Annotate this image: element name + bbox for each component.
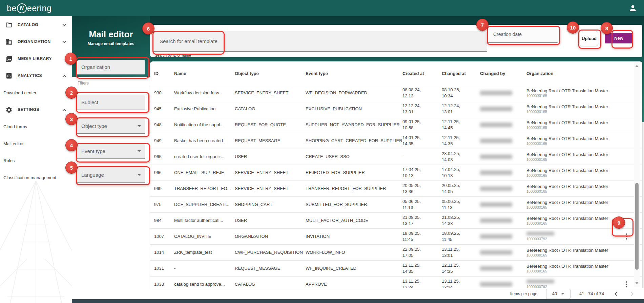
sidebar-item-settings[interactable]: SETTINGS (0, 101, 72, 118)
table-row[interactable]: 948Notification of the suppl...REQUEST_F… (150, 117, 642, 133)
next-page-icon[interactable] (628, 290, 635, 297)
cell-event-type: REJECTED_FOR_SUPPLIER (306, 170, 365, 176)
org-id: 1000000165 (526, 109, 608, 114)
org-name: BeNeering Root / OTR Translation Master (526, 104, 608, 109)
org-id: 1000000165 (526, 173, 608, 178)
cell-organization: BeNeering Root / OTR Translation Master1… (526, 136, 608, 146)
org-name: BeNeering Root / OTR Translation Master (526, 184, 608, 189)
row-menu-kebab-icon[interactable] (623, 281, 629, 288)
cell-id: 969 (154, 186, 162, 192)
table-row[interactable]: 1033catalog send to approva...CATALOGAPP… (150, 277, 642, 288)
table-row[interactable]: 1007CATALOG_INVITEORGANIZATIONINVITATION… (150, 229, 642, 245)
org-name-redacted (526, 280, 554, 283)
upload-button[interactable]: Upload (579, 31, 598, 46)
new-button[interactable]: New (605, 33, 633, 43)
cell-object-type: SERVICE_ENTRY_SHEET (235, 186, 288, 192)
scrollbar-thumb[interactable] (635, 183, 639, 270)
cell-changed-by-redacted (480, 250, 512, 255)
organization-filter-input[interactable] (77, 60, 145, 75)
cell-event-type: TRANSFER_REPORT_FOR_SUPPLIER (306, 186, 386, 192)
column-header-organization: Organization (526, 71, 553, 76)
row-menu-kebab-icon[interactable] (623, 233, 629, 240)
sidebar-item-label: Classification management (3, 175, 66, 180)
org-name: BeNeering Root / OTR Translation Master (526, 264, 608, 269)
cell-changed-at: 17.04.25, 10:13 (442, 167, 460, 179)
table-row[interactable]: 1014ZRK_template_testCWF_PURCHASE_REQUIS… (150, 245, 642, 261)
cell-created-at: 12.11.25, 14:35 (402, 262, 420, 274)
cell-changed-by-redacted (480, 234, 512, 239)
sidebar-item-classification-management[interactable]: Classification management (0, 169, 72, 186)
table-row[interactable]: 965created user for organiz...USERCREATE… (150, 149, 642, 165)
page-title: Mail editor (72, 16, 150, 40)
table-row[interactable]: 966CNF_EMAIL_SUP_REJESERVICE_ENTRY_SHEET… (150, 165, 642, 181)
subject-filter-input[interactable]: Subject (77, 95, 145, 110)
table-row[interactable]: 969TRANSFER_REPORT_FO...SERVICE_ENTRY_SH… (150, 181, 642, 197)
cell-id: 1033 (154, 281, 164, 287)
sidebar-item-cloud-forms[interactable]: Cloud forms (0, 118, 72, 135)
page-subtitle: Manage email templates (72, 41, 150, 46)
scroll-up-arrow-icon[interactable] (635, 65, 639, 67)
cell-object-type: USER (235, 217, 247, 224)
cell-changed-by-redacted (480, 187, 512, 191)
table-row[interactable]: 984Multi factor authenticati...USERMULTI… (150, 213, 642, 229)
table-row[interactable]: 930Workflow decision forw...SERVICE_ENTR… (150, 85, 642, 101)
sidebar-item-media-library[interactable]: MEDIA LIBRARY (0, 50, 72, 67)
org-name: BeNeering Root / OTR Translation Master (526, 136, 608, 141)
cell-object-type: SERVICE_ENTRY_SHEET (235, 90, 288, 96)
sidebar-item-roles[interactable]: Roles (0, 152, 72, 169)
sidebar-item-download-center[interactable]: Download center (0, 84, 72, 101)
org-id: 1000000165 (526, 269, 608, 273)
cell-changed-at: 21.08.25, 14:38 (442, 214, 460, 227)
sidebar-item-label: Roles (3, 158, 66, 163)
table-row[interactable]: 1031-REQUEST_MESSAGEWF_INQUIRE_CREATED12… (150, 261, 642, 277)
cell-name: Basket has been created (174, 138, 223, 144)
table-row[interactable]: 975DCF_SUPPLIER_CREATI...SHOPPING_CARTSU… (150, 197, 642, 213)
cell-changed-at: 12.11.25, 14:45 (442, 119, 460, 131)
event-type-filter-select[interactable]: Event type (77, 144, 145, 159)
table-row[interactable]: 945Exclusive PublicationCATALOGEXCLUSIVE… (150, 101, 642, 117)
search-input[interactable] (153, 31, 487, 52)
page-size-select[interactable]: 40 (546, 289, 570, 299)
pagination-bar: Items per page 40 41 - 74 of 74 (150, 288, 644, 299)
language-filter-select[interactable]: Language (77, 168, 145, 183)
cell-event-type: WF_DECISION_FORWARDED (306, 90, 367, 96)
cell-id: 975 (154, 202, 162, 208)
logo-text-suffix: eering (27, 3, 52, 13)
sidebar-item-organization[interactable]: ORGANIZATION (0, 33, 72, 50)
previous-page-icon[interactable] (613, 290, 620, 297)
scroll-down-arrow-icon[interactable] (635, 282, 639, 284)
sidebar-item-mail-editor[interactable]: Mail editor (0, 135, 72, 152)
search-hint: Search by ID or name (155, 53, 191, 57)
cell-created-at: 17.04.25, 10:13 (402, 167, 421, 179)
cell-created-at: 20.05.25, 13:36 (402, 183, 421, 195)
cell-event-type: APPROVE (306, 281, 327, 287)
cell-changed-by-redacted (480, 219, 512, 223)
table-row[interactable]: 949Basket has been createdREQUEST_MESSAG… (150, 133, 642, 149)
cell-object-type: REQUEST_FOR_QUOTE (235, 122, 286, 128)
sidebar-item-analytics[interactable]: ANALYTICS (0, 67, 72, 84)
cell-name: DCF_SUPPLIER_CREATI... (174, 202, 229, 208)
chevron-up-icon (62, 107, 66, 113)
cell-name: CATALOG_INVITE (174, 233, 211, 240)
sidebar-item-label: Mail editor (3, 141, 66, 146)
cell-changed-at: 13.11.25, 12:24 (442, 278, 460, 288)
creation-date-input[interactable] (488, 26, 558, 43)
object-type-filter-select[interactable]: Object type (77, 119, 145, 134)
cell-organization: BeNeering Root / OTR Translation Master1… (526, 104, 608, 114)
sidebar-item-catalog[interactable]: CATALOG (0, 16, 72, 33)
gear-icon (5, 106, 13, 113)
cell-created-at: 13.11.25, 12:24 (402, 278, 420, 288)
org-name: BeNeering Root / OTR Translation Master (526, 120, 608, 125)
vertical-scrollbar[interactable] (634, 62, 640, 287)
org-name: BeNeering Root / OTR Translation Master (526, 248, 608, 253)
cell-changed-by-redacted (480, 171, 512, 175)
org-id: 1000000165 (526, 93, 608, 98)
chevron-down-icon (62, 22, 66, 28)
user-account-icon[interactable] (628, 4, 637, 13)
filters-label: Filters (78, 81, 89, 86)
cell-id: 965 (154, 154, 162, 160)
top-app-bar: be N eering (0, 0, 644, 16)
cell-object-type: REQUEST_MESSAGE (235, 138, 280, 144)
cell-name: Exclusive Publication (174, 106, 215, 112)
cell-object-type: SERVICE_ENTRY_SHEET (235, 170, 288, 176)
